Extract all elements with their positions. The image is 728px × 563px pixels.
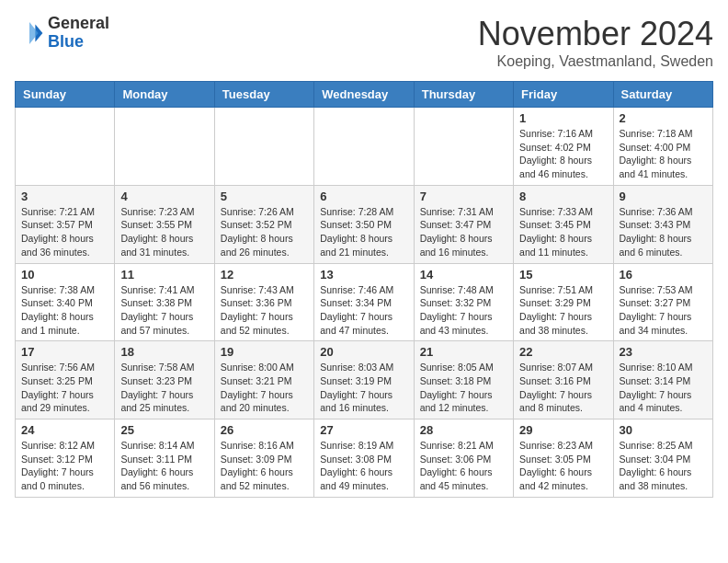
- day-info: Sunrise: 8:00 AM Sunset: 3:21 PM Dayligh…: [221, 361, 308, 415]
- calendar-day-cell: 15Sunrise: 7:51 AM Sunset: 3:29 PM Dayli…: [514, 263, 613, 341]
- calendar-day-cell: 6Sunrise: 7:28 AM Sunset: 3:50 PM Daylig…: [314, 185, 414, 263]
- day-info: Sunrise: 8:19 AM Sunset: 3:08 PM Dayligh…: [320, 439, 407, 493]
- calendar-day-cell: 26Sunrise: 8:16 AM Sunset: 3:09 PM Dayli…: [214, 419, 313, 498]
- weekday-header: Wednesday: [314, 82, 414, 108]
- calendar-week-row: 3Sunrise: 7:21 AM Sunset: 3:57 PM Daylig…: [16, 185, 713, 263]
- day-info: Sunrise: 7:28 AM Sunset: 3:50 PM Dayligh…: [320, 205, 407, 259]
- calendar-day-cell: 27Sunrise: 8:19 AM Sunset: 3:08 PM Dayli…: [314, 419, 414, 498]
- day-info: Sunrise: 7:58 AM Sunset: 3:23 PM Dayligh…: [120, 361, 208, 415]
- day-info: Sunrise: 7:21 AM Sunset: 3:57 PM Dayligh…: [21, 205, 108, 259]
- calendar-day-cell: 8Sunrise: 7:33 AM Sunset: 3:45 PM Daylig…: [514, 185, 613, 263]
- day-info: Sunrise: 7:18 AM Sunset: 4:00 PM Dayligh…: [620, 127, 707, 181]
- calendar-day-cell: 30Sunrise: 8:25 AM Sunset: 3:04 PM Dayli…: [613, 419, 712, 498]
- calendar-day-cell: 20Sunrise: 8:03 AM Sunset: 3:19 PM Dayli…: [314, 341, 414, 419]
- svg-marker-1: [29, 22, 39, 44]
- day-info: Sunrise: 8:21 AM Sunset: 3:06 PM Dayligh…: [420, 439, 507, 493]
- page-header: General Blue November 2024 Koeping, Vaes…: [15, 15, 713, 70]
- weekday-header: Saturday: [613, 82, 712, 108]
- calendar-day-cell: 11Sunrise: 7:41 AM Sunset: 3:38 PM Dayli…: [115, 263, 214, 341]
- calendar-day-cell: 14Sunrise: 7:48 AM Sunset: 3:32 PM Dayli…: [414, 263, 513, 341]
- weekday-header: Friday: [514, 82, 613, 108]
- calendar-day-cell: [214, 108, 313, 186]
- calendar-day-cell: 13Sunrise: 7:46 AM Sunset: 3:34 PM Dayli…: [314, 263, 414, 341]
- day-info: Sunrise: 7:41 AM Sunset: 3:38 PM Dayligh…: [120, 283, 208, 338]
- day-number: 14: [420, 268, 507, 282]
- calendar-day-cell: 3Sunrise: 7:21 AM Sunset: 3:57 PM Daylig…: [16, 185, 115, 263]
- day-number: 24: [21, 423, 108, 437]
- day-number: 10: [21, 268, 108, 282]
- calendar-day-cell: 7Sunrise: 7:31 AM Sunset: 3:47 PM Daylig…: [414, 185, 513, 263]
- calendar-week-row: 1Sunrise: 7:16 AM Sunset: 4:02 PM Daylig…: [16, 108, 713, 186]
- calendar-day-cell: 21Sunrise: 8:05 AM Sunset: 3:18 PM Dayli…: [414, 341, 513, 419]
- calendar-day-cell: 5Sunrise: 7:26 AM Sunset: 3:52 PM Daylig…: [214, 185, 313, 263]
- calendar-week-row: 10Sunrise: 7:38 AM Sunset: 3:40 PM Dayli…: [16, 263, 713, 341]
- day-number: 17: [21, 345, 108, 359]
- calendar-day-cell: 22Sunrise: 8:07 AM Sunset: 3:16 PM Dayli…: [514, 341, 613, 419]
- day-info: Sunrise: 7:33 AM Sunset: 3:45 PM Dayligh…: [519, 205, 607, 259]
- day-info: Sunrise: 8:03 AM Sunset: 3:19 PM Dayligh…: [320, 361, 407, 415]
- day-info: Sunrise: 7:26 AM Sunset: 3:52 PM Dayligh…: [221, 205, 308, 259]
- calendar-day-cell: 19Sunrise: 8:00 AM Sunset: 3:21 PM Dayli…: [214, 341, 313, 419]
- calendar-table: SundayMondayTuesdayWednesdayThursdayFrid…: [15, 81, 713, 498]
- day-info: Sunrise: 7:51 AM Sunset: 3:29 PM Dayligh…: [519, 283, 607, 338]
- day-number: 25: [120, 423, 208, 437]
- day-number: 1: [519, 111, 607, 125]
- day-info: Sunrise: 8:23 AM Sunset: 3:05 PM Dayligh…: [519, 439, 607, 493]
- day-info: Sunrise: 8:12 AM Sunset: 3:12 PM Dayligh…: [21, 439, 108, 493]
- day-info: Sunrise: 7:31 AM Sunset: 3:47 PM Dayligh…: [420, 205, 507, 259]
- logo: General Blue: [15, 15, 109, 52]
- calendar-day-cell: 12Sunrise: 7:43 AM Sunset: 3:36 PM Dayli…: [214, 263, 313, 341]
- day-number: 23: [620, 345, 707, 359]
- day-info: Sunrise: 7:23 AM Sunset: 3:55 PM Dayligh…: [120, 205, 208, 259]
- calendar-day-cell: [414, 108, 513, 186]
- calendar-header-row: SundayMondayTuesdayWednesdayThursdayFrid…: [16, 82, 713, 108]
- day-number: 30: [620, 423, 707, 437]
- day-number: 29: [519, 423, 607, 437]
- day-info: Sunrise: 8:05 AM Sunset: 3:18 PM Dayligh…: [420, 361, 507, 415]
- day-number: 28: [420, 423, 507, 437]
- calendar-day-cell: [16, 108, 115, 186]
- weekday-header: Thursday: [414, 82, 513, 108]
- calendar-day-cell: 18Sunrise: 7:58 AM Sunset: 3:23 PM Dayli…: [115, 341, 214, 419]
- logo-blue-text: Blue: [48, 33, 109, 52]
- title-section: November 2024 Koeping, Vaestmanland, Swe…: [478, 15, 713, 70]
- logo-general-text: General: [48, 15, 109, 33]
- day-info: Sunrise: 8:16 AM Sunset: 3:09 PM Dayligh…: [221, 439, 308, 493]
- calendar-day-cell: 10Sunrise: 7:38 AM Sunset: 3:40 PM Dayli…: [16, 263, 115, 341]
- day-number: 12: [221, 268, 308, 282]
- day-number: 19: [221, 345, 308, 359]
- day-number: 13: [320, 268, 407, 282]
- day-info: Sunrise: 7:36 AM Sunset: 3:43 PM Dayligh…: [620, 205, 707, 259]
- day-number: 8: [519, 190, 607, 203]
- calendar-week-row: 17Sunrise: 7:56 AM Sunset: 3:25 PM Dayli…: [16, 341, 713, 419]
- calendar-day-cell: 17Sunrise: 7:56 AM Sunset: 3:25 PM Dayli…: [16, 341, 115, 419]
- day-number: 15: [519, 268, 607, 282]
- calendar-day-cell: 24Sunrise: 8:12 AM Sunset: 3:12 PM Dayli…: [16, 419, 115, 498]
- day-info: Sunrise: 7:43 AM Sunset: 3:36 PM Dayligh…: [221, 283, 308, 338]
- day-number: 9: [620, 190, 707, 203]
- calendar-day-cell: 2Sunrise: 7:18 AM Sunset: 4:00 PM Daylig…: [613, 108, 712, 186]
- day-info: Sunrise: 8:14 AM Sunset: 3:11 PM Dayligh…: [120, 439, 208, 493]
- logo-icon: [15, 18, 44, 48]
- day-number: 26: [221, 423, 308, 437]
- calendar-day-cell: 1Sunrise: 7:16 AM Sunset: 4:02 PM Daylig…: [514, 108, 613, 186]
- day-info: Sunrise: 7:46 AM Sunset: 3:34 PM Dayligh…: [320, 283, 407, 338]
- day-number: 27: [320, 423, 407, 437]
- day-number: 5: [221, 190, 308, 203]
- calendar-day-cell: [115, 108, 214, 186]
- day-info: Sunrise: 8:07 AM Sunset: 3:16 PM Dayligh…: [519, 361, 607, 415]
- month-title: November 2024: [478, 15, 713, 53]
- day-info: Sunrise: 7:53 AM Sunset: 3:27 PM Dayligh…: [620, 283, 707, 338]
- day-number: 3: [21, 190, 108, 203]
- day-number: 2: [620, 111, 707, 125]
- calendar-day-cell: 4Sunrise: 7:23 AM Sunset: 3:55 PM Daylig…: [115, 185, 214, 263]
- day-number: 21: [420, 345, 507, 359]
- calendar-day-cell: 28Sunrise: 8:21 AM Sunset: 3:06 PM Dayli…: [414, 419, 513, 498]
- calendar-day-cell: [314, 108, 414, 186]
- day-info: Sunrise: 8:25 AM Sunset: 3:04 PM Dayligh…: [620, 439, 707, 493]
- calendar-day-cell: 9Sunrise: 7:36 AM Sunset: 3:43 PM Daylig…: [613, 185, 712, 263]
- day-info: Sunrise: 7:16 AM Sunset: 4:02 PM Dayligh…: [519, 127, 607, 181]
- calendar-day-cell: 23Sunrise: 8:10 AM Sunset: 3:14 PM Dayli…: [613, 341, 712, 419]
- day-info: Sunrise: 8:10 AM Sunset: 3:14 PM Dayligh…: [620, 361, 707, 415]
- day-number: 16: [620, 268, 707, 282]
